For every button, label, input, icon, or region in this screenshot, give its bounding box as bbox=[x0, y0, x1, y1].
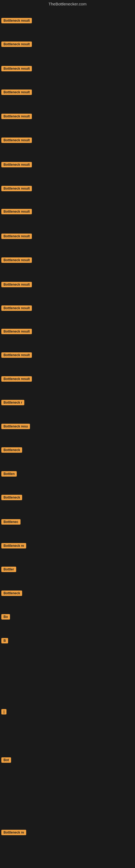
list-item: Bottlen bbox=[0, 470, 135, 478]
bottleneck-result-label: Bottleneck bbox=[1, 590, 22, 596]
bottleneck-result-label: Bottleneck result bbox=[1, 90, 32, 95]
list-item: Bottleneck result bbox=[0, 328, 135, 335]
list-item: Bottleneck result bbox=[0, 65, 135, 72]
bottleneck-result-label: Bottleneck result bbox=[1, 352, 32, 358]
bottleneck-result-label: Bottleneck result bbox=[1, 257, 32, 263]
bottleneck-result-label: | bbox=[1, 709, 6, 714]
bottleneck-result-label: Bottleneck result bbox=[1, 18, 32, 23]
bottleneck-result-label: Bottlenec bbox=[1, 519, 20, 525]
list-item bbox=[0, 732, 135, 734]
list-item bbox=[0, 780, 135, 782]
bottleneck-result-label: Bottleneck r bbox=[1, 400, 24, 405]
bottleneck-result-label: Bottleneck result bbox=[1, 162, 32, 167]
list-item: Bot bbox=[0, 756, 135, 764]
list-item bbox=[0, 684, 135, 686]
bottleneck-result-label: Bottleneck bbox=[1, 495, 22, 500]
list-item: Bottleneck result bbox=[0, 185, 135, 192]
list-item: Bottler bbox=[0, 565, 135, 573]
list-item: Bottleneck result bbox=[0, 375, 135, 383]
bottleneck-result-label: Bottlen bbox=[1, 471, 17, 476]
site-title-wrapper: TheBottlenecker.com bbox=[0, 0, 135, 8]
list-item: Bottleneck re bbox=[0, 542, 135, 550]
list-item bbox=[0, 852, 135, 855]
list-item: Bottleneck result bbox=[0, 304, 135, 312]
list-item: Bottleneck result bbox=[0, 161, 135, 168]
list-item: B bbox=[0, 637, 135, 645]
list-item: Bottleneck result bbox=[0, 256, 135, 264]
bottleneck-result-label: Bottleneck result bbox=[1, 234, 32, 239]
bottleneck-result-label: Bottleneck result bbox=[1, 137, 32, 143]
bottleneck-result-label: Bottleneck bbox=[1, 447, 22, 453]
bottleneck-result-label: Bottleneck result bbox=[1, 376, 32, 382]
bottleneck-result-label: Bottleneck result bbox=[1, 329, 32, 334]
bottleneck-result-label: Bottleneck result bbox=[1, 66, 32, 71]
list-item: Bottleneck bbox=[0, 589, 135, 597]
list-item bbox=[0, 804, 135, 806]
list-item: Bottleneck result bbox=[0, 232, 135, 240]
bottleneck-result-label: Bottleneck result bbox=[1, 209, 32, 214]
bottleneck-result-label: Bottleneck result bbox=[1, 41, 32, 47]
list-item: Bottleneck result bbox=[0, 40, 135, 48]
list-item: Bottleneck result bbox=[0, 208, 135, 215]
rows-container: Bottleneck resultBottleneck resultBottle… bbox=[0, 8, 135, 863]
list-item: Bottleneck resu bbox=[0, 423, 135, 430]
list-item bbox=[0, 660, 135, 663]
bottleneck-result-label: Bottleneck result bbox=[1, 186, 32, 191]
list-item: Bo bbox=[0, 613, 135, 621]
list-item: Bottleneck result bbox=[0, 88, 135, 96]
list-item: Bottleneck result bbox=[0, 17, 135, 24]
site-title: TheBottlenecker.com bbox=[49, 2, 87, 6]
list-item: Bottleneck bbox=[0, 446, 135, 454]
bottleneck-result-label: B bbox=[1, 638, 8, 643]
bottleneck-result-label: Bottleneck re bbox=[1, 830, 26, 835]
list-item: Bottleneck result bbox=[0, 113, 135, 120]
bottleneck-result-label: Bottleneck result bbox=[1, 114, 32, 119]
list-item: Bottleneck result bbox=[0, 281, 135, 288]
list-item: Bottleneck bbox=[0, 494, 135, 501]
bottleneck-result-label: Bottleneck re bbox=[1, 543, 26, 549]
list-item: Bottleneck r bbox=[0, 399, 135, 406]
bottleneck-result-label: Bottleneck result bbox=[1, 282, 32, 287]
list-item: | bbox=[0, 708, 135, 716]
list-item: Bottlenec bbox=[0, 518, 135, 526]
bottleneck-result-label: Bottleneck resu bbox=[1, 424, 30, 429]
bottleneck-result-label: Bo bbox=[1, 614, 10, 620]
bottleneck-result-label: Bottler bbox=[1, 567, 16, 572]
list-item: Bottleneck re bbox=[0, 829, 135, 836]
bottleneck-result-label: Bot bbox=[1, 757, 11, 763]
list-item: Bottleneck result bbox=[0, 136, 135, 144]
list-item: Bottleneck result bbox=[0, 351, 135, 359]
bottleneck-result-label: Bottleneck result bbox=[1, 305, 32, 311]
